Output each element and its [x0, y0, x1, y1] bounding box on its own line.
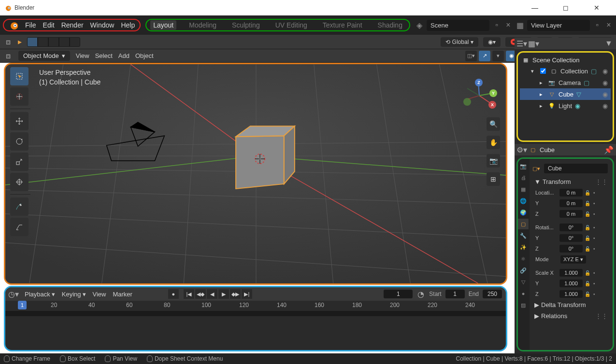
start-frame-field[interactable]: 1: [445, 290, 465, 298]
viewport-canvas[interactable]: [5, 64, 506, 283]
jump-next-key-icon[interactable]: ◆▶: [230, 289, 241, 299]
outliner-item-light[interactable]: ▸ 💡 Light ◉ ◉: [520, 100, 611, 112]
lock-icon[interactable]: 🔓: [585, 211, 591, 217]
play-icon[interactable]: ▶: [218, 289, 229, 299]
tool-select-box[interactable]: [10, 67, 29, 85]
ptab-physics[interactable]: ⚛: [518, 253, 529, 264]
tab-texturepaint[interactable]: Texture Paint: [320, 20, 365, 30]
rotation-x-field[interactable]: 0°: [559, 224, 583, 231]
lock-icon[interactable]: 🔓: [585, 270, 591, 276]
axis-neg-icon[interactable]: [463, 98, 471, 106]
location-y-field[interactable]: 0 m: [559, 199, 583, 207]
viewlayer-name-field[interactable]: View Layer: [527, 20, 590, 31]
timeline-scrollbar[interactable]: [5, 311, 506, 316]
camera-view-icon[interactable]: 📷: [487, 154, 500, 168]
lock-icon[interactable]: 🔓: [585, 225, 591, 230]
viewlayer-close-icon[interactable]: ×: [604, 21, 613, 29]
tool-cursor[interactable]: [10, 87, 29, 106]
minimize-button[interactable]: —: [525, 0, 544, 15]
eye-icon[interactable]: ◉: [602, 68, 608, 75]
tool-transform[interactable]: [10, 173, 29, 191]
rotation-z-field[interactable]: 0°: [559, 245, 583, 252]
play-reverse-icon[interactable]: ◀: [207, 289, 217, 299]
cursor-tool-icon[interactable]: ▸: [15, 38, 24, 46]
tab-shading[interactable]: Shading: [375, 20, 405, 30]
scene-icon[interactable]: ◈: [415, 21, 424, 29]
exclude-icon[interactable]: ▢: [591, 68, 597, 75]
scene-browse-icon[interactable]: ▫: [492, 21, 501, 29]
axis-x-icon[interactable]: X: [488, 101, 496, 109]
ptab-texture[interactable]: ▨: [518, 300, 529, 310]
perspective-toggle-icon[interactable]: ⊞: [487, 172, 500, 186]
menu-render[interactable]: Render: [61, 21, 84, 29]
viewport-menu-object[interactable]: Object: [135, 52, 154, 59]
axis-y-icon[interactable]: Y: [489, 89, 497, 97]
pivot-btn-2[interactable]: [38, 37, 48, 47]
viewport-menu-add[interactable]: Add: [118, 52, 129, 59]
lock-icon[interactable]: 🔓: [585, 201, 591, 206]
gizmo-toggle-icon[interactable]: ↗: [479, 51, 490, 61]
cube-object[interactable]: [236, 126, 295, 189]
tool-measure[interactable]: [10, 218, 29, 236]
timeline-keying-menu[interactable]: Keying ▾: [62, 291, 86, 298]
ptab-output[interactable]: 🖨: [518, 172, 529, 183]
maximize-button[interactable]: ◻: [556, 0, 575, 15]
eye-icon[interactable]: ◉: [602, 91, 608, 98]
ptab-render[interactable]: 📷: [518, 161, 529, 171]
mode-dropdown[interactable]: Object Mode▾: [18, 51, 70, 61]
outliner-item-cube[interactable]: ▸ ▽ Cube ▽ ◉: [520, 88, 611, 100]
tool-scale[interactable]: [10, 153, 29, 171]
outliner-item-camera[interactable]: ▸ 📷 Camera ▢ ◉: [520, 77, 611, 88]
camera-restrict-icon[interactable]: ▢: [584, 79, 589, 86]
scale-z-field[interactable]: 1.000: [559, 290, 583, 298]
transform-section[interactable]: ▼ Transform⋮⋮: [531, 176, 611, 187]
delta-transform-section[interactable]: ▶ Delta Transform: [531, 299, 611, 310]
ptab-data[interactable]: ▽: [518, 277, 529, 287]
axis-z-icon[interactable]: Z: [475, 79, 483, 86]
current-frame-field[interactable]: 1: [384, 290, 413, 298]
viewlayer-browse-icon[interactable]: ▫: [593, 21, 602, 29]
viewport[interactable]: User Perspective (1) Collection | Cube X…: [4, 63, 507, 285]
lock-icon[interactable]: 🔓: [585, 281, 591, 286]
zoom-icon[interactable]: 🔍: [487, 117, 500, 131]
ptab-modifiers[interactable]: 🔧: [518, 230, 529, 241]
viewport-menu-view[interactable]: View: [76, 52, 89, 59]
scene-name-field[interactable]: Scene: [427, 20, 489, 31]
tab-layout[interactable]: Layout: [150, 20, 176, 30]
autokey-icon[interactable]: ●: [168, 289, 179, 299]
ptab-constraints[interactable]: 🔗: [518, 265, 529, 276]
scale-y-field[interactable]: 1.000: [559, 280, 583, 287]
gizmo-menu-icon[interactable]: ▾: [492, 51, 504, 61]
timeline-editor-icon[interactable]: ◷▾: [9, 290, 18, 298]
collection-checkbox[interactable]: [540, 68, 546, 74]
outliner-display-icon[interactable]: ▦▾: [529, 39, 538, 48]
jump-end-icon[interactable]: ▶|: [242, 289, 252, 299]
ptab-scene[interactable]: 🌐: [518, 196, 529, 206]
object-name-field[interactable]: Cube: [544, 164, 608, 173]
tool-annotate[interactable]: [10, 197, 29, 216]
pivot-btn-3[interactable]: [48, 37, 59, 47]
scene-close-icon[interactable]: ×: [504, 21, 513, 29]
jump-prev-key-icon[interactable]: ◀◆: [195, 289, 206, 299]
lock-icon[interactable]: 🔓: [585, 190, 591, 196]
timeline-view-menu[interactable]: View: [93, 291, 106, 298]
end-frame-field[interactable]: 250: [483, 290, 502, 298]
tab-sculpting[interactable]: Sculpting: [229, 20, 263, 30]
playhead[interactable]: 1: [18, 301, 27, 309]
pivot-btn-4[interactable]: [59, 37, 70, 47]
menu-file[interactable]: File: [25, 21, 36, 29]
tab-uvediting[interactable]: UV Editing: [272, 20, 310, 30]
rotation-y-field[interactable]: 0°: [559, 234, 583, 242]
mesh-data-icon[interactable]: ▽: [576, 91, 581, 98]
lock-icon[interactable]: 🔓: [585, 236, 591, 241]
menu-edit[interactable]: Edit: [43, 21, 55, 29]
timeline-ruler[interactable]: 1 20 40 60 80 100 120 140 160 180 200 22…: [5, 301, 506, 311]
editor-type-icon[interactable]: ⧈: [4, 38, 13, 46]
outliner-collection[interactable]: ▾ ▢ Collection ▢ ◉: [520, 65, 611, 77]
ptab-viewlayer[interactable]: ▦: [518, 184, 529, 195]
rotation-mode-dropdown[interactable]: XYZ E ▾: [560, 255, 586, 264]
eye-icon[interactable]: ◉: [602, 102, 608, 110]
outliner-editor-icon[interactable]: ☰▾: [517, 39, 526, 48]
ptab-object[interactable]: ▢: [518, 219, 529, 229]
tab-modeling[interactable]: Modeling: [186, 20, 219, 30]
